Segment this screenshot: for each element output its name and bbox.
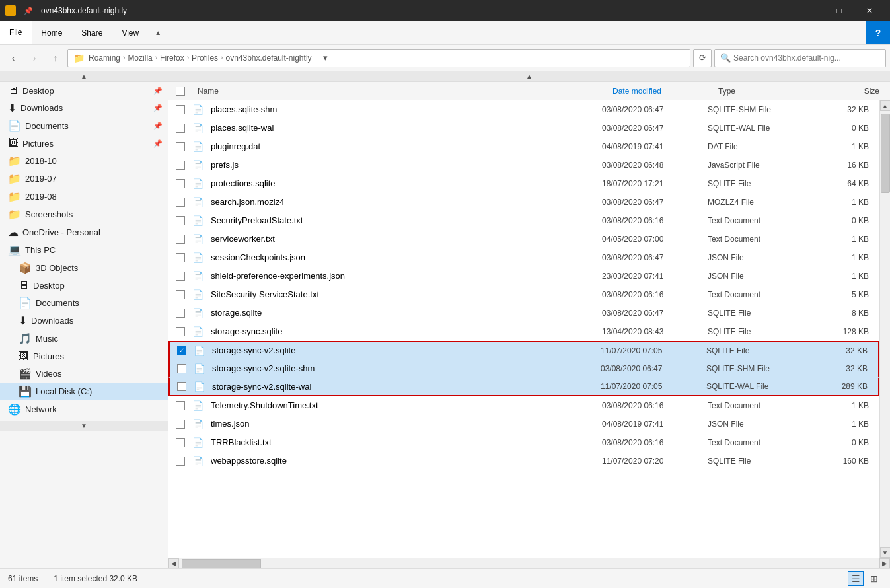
table-row[interactable]: 📄times.json04/08/2019 07:41JSON File1 KB xyxy=(168,415,879,433)
tab-share[interactable]: Share xyxy=(72,21,112,44)
sidebar-item-documents-quick[interactable]: 📄 Documents 📌 xyxy=(0,117,168,135)
file-name[interactable]: prefs.js xyxy=(205,160,602,170)
tab-file[interactable]: File xyxy=(0,21,32,44)
sidebar-item-2019-07[interactable]: 📁 2019-07 xyxy=(0,170,168,188)
sidebar-item-desktop[interactable]: 🖥 Desktop 📌 xyxy=(0,82,168,99)
row-checkbox[interactable] xyxy=(170,364,194,373)
large-icons-view-button[interactable]: ⊞ xyxy=(866,571,882,586)
row-checkbox[interactable] xyxy=(168,216,192,225)
h-scroll-thumb[interactable] xyxy=(182,559,261,568)
row-checkbox[interactable] xyxy=(168,438,192,447)
row-checkbox[interactable] xyxy=(168,253,192,262)
file-name[interactable]: protections.sqlite xyxy=(205,178,602,188)
breadcrumb-roaming[interactable]: Roaming xyxy=(89,54,120,63)
file-name[interactable]: storage-sync-v2.sqlite-shm xyxy=(207,363,601,373)
row-checkbox[interactable] xyxy=(168,142,192,151)
file-name[interactable]: Telemetry.ShutdownTime.txt xyxy=(205,400,602,410)
row-checkbox[interactable] xyxy=(168,401,192,410)
file-scroll-up-indicator[interactable]: ▲ xyxy=(168,71,890,82)
sidebar-item-this-pc[interactable]: 💻 This PC xyxy=(0,241,168,259)
header-size[interactable]: Size xyxy=(824,87,890,96)
checkbox[interactable] xyxy=(176,235,185,244)
sidebar-item-onedrive[interactable]: ☁ OneDrive - Personal xyxy=(0,223,168,241)
file-name[interactable]: TRRBlacklist.txt xyxy=(205,437,602,447)
tab-home[interactable]: Home xyxy=(32,21,72,44)
sidebar-item-music[interactable]: 🎵 Music xyxy=(0,330,168,348)
h-scroll-left[interactable]: ◀ xyxy=(168,558,179,569)
row-checkbox[interactable] xyxy=(168,457,192,466)
file-name[interactable]: SiteSecurity ServiceState.txt xyxy=(205,289,602,299)
checkbox[interactable] xyxy=(176,272,185,281)
row-checkbox[interactable] xyxy=(168,198,192,207)
table-row[interactable]: 📄search.json.mozlz403/08/2020 06:47MOZLZ… xyxy=(168,193,879,211)
checkbox[interactable] xyxy=(176,216,185,225)
refresh-button[interactable]: ⟳ xyxy=(693,49,712,67)
file-name[interactable]: search.json.mozlz4 xyxy=(205,197,602,207)
scroll-track[interactable] xyxy=(880,111,890,547)
sidebar-item-pictures-quick[interactable]: 🖼 Pictures 📌 xyxy=(0,135,168,152)
address-bar[interactable]: 📁 Roaming › Mozilla › Firefox › Profiles… xyxy=(67,49,690,67)
table-row[interactable]: 📄SiteSecurity ServiceState.txt03/08/2020… xyxy=(168,285,879,304)
row-checkbox[interactable] xyxy=(168,272,192,281)
table-row[interactable]: 📄Telemetry.ShutdownTime.txt03/08/2020 06… xyxy=(168,396,879,415)
checkbox[interactable] xyxy=(176,105,185,114)
file-name[interactable]: storage-sync.sqlite xyxy=(205,326,602,336)
checkbox[interactable] xyxy=(176,179,185,188)
title-bar-pin-icon[interactable]: 📌 xyxy=(21,7,36,15)
row-checkbox[interactable]: ✓ xyxy=(170,346,194,355)
table-row[interactable]: 📄webappsstore.sqlite11/07/2020 07:20SQLI… xyxy=(168,452,879,470)
scroll-down-button[interactable]: ▼ xyxy=(880,547,891,558)
sidebar-item-videos[interactable]: 🎬 Videos xyxy=(0,365,168,383)
breadcrumb-profile[interactable]: ovn43bhx.default-nightly xyxy=(225,54,311,63)
table-row[interactable]: 📄places.sqlite-wal03/08/2020 06:47SQLITE… xyxy=(168,119,879,137)
file-name[interactable]: storage-sync-v2.sqlite xyxy=(207,346,601,355)
file-name[interactable]: sessionCheckpoints.json xyxy=(205,252,602,262)
sidebar-item-3d-objects[interactable]: 📦 3D Objects xyxy=(0,259,168,277)
row-checkbox[interactable] xyxy=(170,382,194,391)
checkbox[interactable] xyxy=(176,290,185,299)
checkbox-checked[interactable]: ✓ xyxy=(177,346,186,355)
file-name[interactable]: serviceworker.txt xyxy=(205,234,602,244)
sidebar-item-local-disk[interactable]: 💾 Local Disk (C:) xyxy=(0,383,168,400)
header-date[interactable]: Date modified xyxy=(612,87,718,96)
breadcrumb-profiles[interactable]: Profiles xyxy=(192,54,218,63)
table-row[interactable]: 📄sessionCheckpoints.json03/08/2020 06:47… xyxy=(168,248,879,267)
checkbox[interactable] xyxy=(177,382,186,391)
file-name[interactable]: storage.sqlite xyxy=(205,308,602,318)
row-checkbox[interactable] xyxy=(168,290,192,299)
checkbox[interactable] xyxy=(176,253,185,262)
up-button[interactable]: ↑ xyxy=(46,49,65,67)
row-checkbox[interactable] xyxy=(168,179,192,188)
table-row[interactable]: 📄SecurityPreloadState.txt03/08/2020 06:1… xyxy=(168,211,879,230)
scroll-up-button[interactable]: ▲ xyxy=(880,100,891,111)
help-button[interactable]: ? xyxy=(866,21,890,44)
header-name[interactable]: Name xyxy=(192,87,612,96)
file-name[interactable]: webappsstore.sqlite xyxy=(205,456,602,466)
sidebar-scroll-down[interactable]: ▼ xyxy=(0,421,168,431)
checkbox[interactable] xyxy=(177,364,186,373)
table-row[interactable]: 📄storage-sync.sqlite13/04/2020 08:43SQLI… xyxy=(168,322,879,341)
right-scrollbar[interactable]: ▲ ▼ xyxy=(879,100,890,558)
checkbox[interactable] xyxy=(176,161,185,170)
h-scroll-track[interactable] xyxy=(179,558,879,568)
address-expand-button[interactable]: ▾ xyxy=(316,49,334,67)
table-row[interactable]: 📄TRRBlacklist.txt03/08/2020 06:16Text Do… xyxy=(168,433,879,452)
search-input[interactable] xyxy=(733,54,880,63)
sidebar-item-network[interactable]: 🌐 Network xyxy=(0,400,168,418)
breadcrumb-firefox[interactable]: Firefox xyxy=(160,54,184,63)
ribbon-collapse-button[interactable]: ▲ xyxy=(149,21,167,44)
checkbox[interactable] xyxy=(176,198,185,207)
sidebar-item-screenshots[interactable]: 📁 Screenshots xyxy=(0,205,168,223)
checkbox[interactable] xyxy=(176,142,185,151)
header-checkbox[interactable] xyxy=(176,87,185,96)
table-row[interactable]: ✓📄storage-sync-v2.sqlite11/07/2020 07:05… xyxy=(168,341,879,359)
sidebar-item-2018-10[interactable]: 📁 2018-10 xyxy=(0,152,168,170)
checkbox[interactable] xyxy=(176,401,185,410)
sidebar-item-2019-08[interactable]: 📁 2019-08 xyxy=(0,188,168,205)
back-button[interactable]: ‹ xyxy=(4,49,22,67)
checkbox[interactable] xyxy=(176,327,185,336)
file-name[interactable]: shield-preference-experiments.json xyxy=(205,271,602,281)
checkbox[interactable] xyxy=(176,457,185,466)
sidebar-scroll-up[interactable]: ▲ xyxy=(0,71,168,82)
row-checkbox[interactable] xyxy=(168,105,192,114)
